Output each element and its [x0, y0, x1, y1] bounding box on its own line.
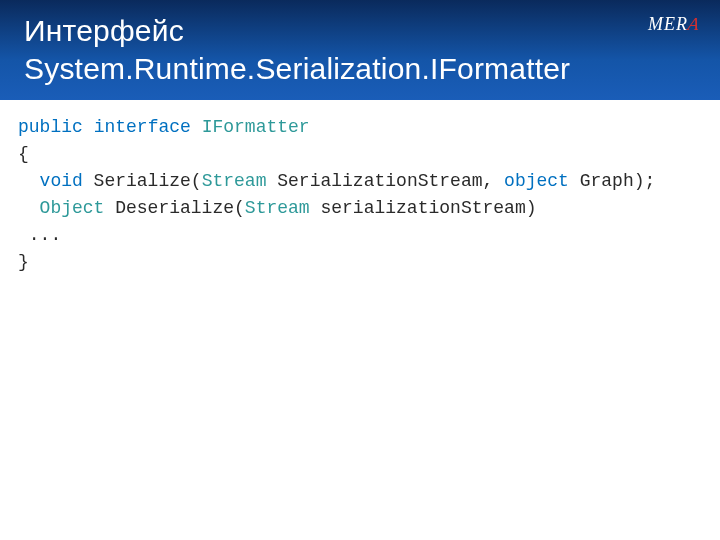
keyword-public: public: [18, 117, 83, 137]
param-deserialize: serializationStream): [310, 198, 537, 218]
mera-logo: MERA: [648, 14, 700, 35]
keyword-void: void: [40, 171, 83, 191]
code-line-1: public interface IFormatter: [18, 114, 702, 141]
param-graph: Graph);: [569, 171, 655, 191]
code-line-4: Object Deserialize(Stream serializationS…: [18, 195, 702, 222]
slide-title: Интерфейс System.Runtime.Serialization.I…: [24, 12, 696, 87]
type-iformatter: IFormatter: [202, 117, 310, 137]
ellipsis: ...: [29, 225, 61, 245]
code-line-6: }: [18, 249, 702, 276]
keyword-object: object: [504, 171, 569, 191]
code-line-2: {: [18, 141, 702, 168]
code-line-3: void Serialize(Stream SerializationStrea…: [18, 168, 702, 195]
type-object: Object: [40, 198, 105, 218]
slide-header: Интерфейс System.Runtime.Serialization.I…: [0, 0, 720, 100]
type-stream-2: Stream: [245, 198, 310, 218]
method-serialize: Serialize(: [83, 171, 202, 191]
title-line-2: System.Runtime.Serialization.IFormatter: [24, 52, 570, 85]
type-stream-1: Stream: [202, 171, 267, 191]
param-stream: SerializationStream,: [266, 171, 504, 191]
keyword-interface: interface: [94, 117, 191, 137]
logo-accent: A: [686, 14, 702, 35]
code-block: public interface IFormatter { void Seria…: [0, 100, 720, 290]
logo-text: MER: [648, 14, 688, 34]
code-line-5: ...: [18, 222, 702, 249]
title-line-1: Интерфейс: [24, 14, 184, 47]
method-deserialize: Deserialize(: [104, 198, 244, 218]
